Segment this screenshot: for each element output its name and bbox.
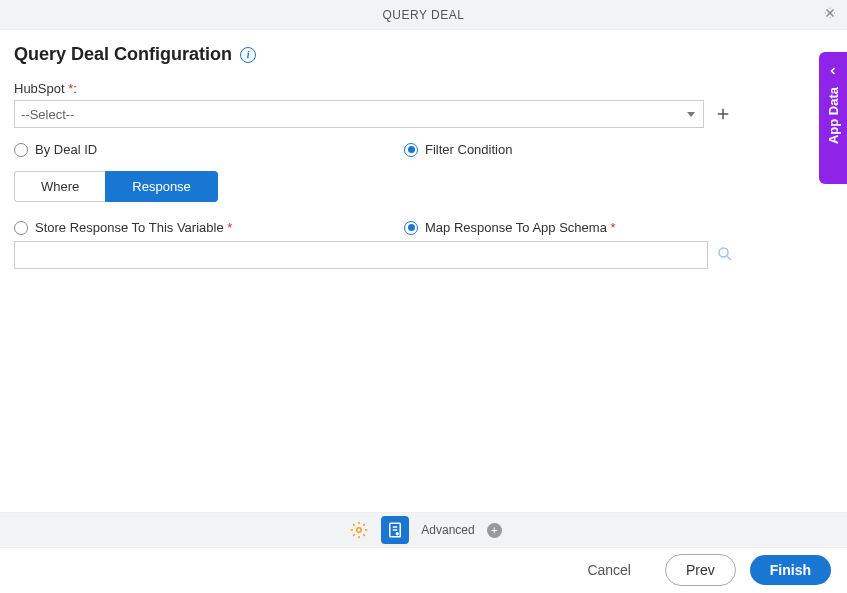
tab-response[interactable]: Response bbox=[105, 171, 218, 202]
response-map-input[interactable] bbox=[14, 241, 708, 269]
radio-by-deal-id[interactable]: By Deal ID bbox=[14, 142, 364, 157]
finish-button[interactable]: Finish bbox=[750, 555, 831, 585]
chevron-left-icon bbox=[827, 62, 839, 77]
radio-store-variable[interactable]: Store Response To This Variable * bbox=[14, 220, 364, 235]
info-icon[interactable]: i bbox=[240, 47, 256, 63]
tab-where[interactable]: Where bbox=[14, 171, 105, 202]
search-icon[interactable] bbox=[716, 245, 734, 266]
radio-label: Map Response To App Schema * bbox=[425, 220, 616, 235]
add-connection-button[interactable] bbox=[712, 103, 734, 125]
dialog-title: QUERY DEAL bbox=[383, 8, 465, 22]
radio-icon bbox=[404, 143, 418, 157]
svg-point-0 bbox=[719, 248, 728, 257]
svg-point-1 bbox=[357, 528, 362, 533]
radio-icon bbox=[14, 143, 28, 157]
hubspot-select-value: --Select-- bbox=[21, 107, 74, 122]
radio-filter-condition[interactable]: Filter Condition bbox=[404, 142, 512, 157]
prev-button[interactable]: Prev bbox=[665, 554, 736, 586]
svg-point-3 bbox=[397, 533, 399, 535]
advanced-add-button[interactable]: + bbox=[487, 523, 502, 538]
app-data-panel-toggle[interactable]: App Data bbox=[819, 52, 847, 184]
app-data-label: App Data bbox=[826, 87, 841, 144]
content-area: Query Deal Configuration i HubSpot *: --… bbox=[0, 30, 847, 512]
radio-label: By Deal ID bbox=[35, 142, 97, 157]
radio-map-schema[interactable]: Map Response To App Schema * bbox=[404, 220, 616, 235]
chevron-down-icon bbox=[687, 112, 695, 117]
hubspot-select[interactable]: --Select-- bbox=[14, 100, 704, 128]
radio-label: Filter Condition bbox=[425, 142, 512, 157]
advanced-label: Advanced bbox=[421, 523, 474, 537]
radio-icon bbox=[14, 221, 28, 235]
tab-group: Where Response bbox=[14, 171, 218, 202]
radio-label: Store Response To This Variable * bbox=[35, 220, 232, 235]
cancel-button[interactable]: Cancel bbox=[567, 555, 651, 585]
hubspot-label: HubSpot *: bbox=[14, 81, 77, 96]
gear-icon[interactable] bbox=[345, 516, 373, 544]
form-icon[interactable] bbox=[381, 516, 409, 544]
close-icon[interactable] bbox=[823, 6, 837, 23]
bottom-toolbar: Advanced + bbox=[0, 512, 847, 548]
footer: Cancel Prev Finish bbox=[0, 548, 847, 592]
radio-icon bbox=[404, 221, 418, 235]
dialog-header: QUERY DEAL bbox=[0, 0, 847, 30]
page-title: Query Deal Configuration bbox=[14, 44, 232, 65]
